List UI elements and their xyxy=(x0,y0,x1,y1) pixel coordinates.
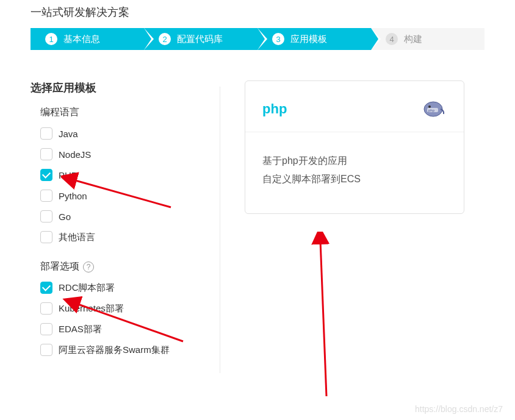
checkbox-label: Python xyxy=(59,191,87,201)
stepper: 1 基本信息 2 配置代码库 3 应用模板 4 构建 xyxy=(0,28,515,50)
checkbox-icon xyxy=(40,344,52,356)
lang-option-nodejs[interactable]: NodeJS xyxy=(40,148,201,160)
checkbox-label: EDAS部署 xyxy=(59,324,102,335)
step-build[interactable]: 4 构建 xyxy=(371,28,484,50)
card-header: php php xyxy=(245,81,464,132)
checkbox-icon xyxy=(40,282,52,294)
right-panel: php php 基于php开发的应用 自定义脚本部署到ECS xyxy=(239,80,484,373)
step-num: 1 xyxy=(45,33,57,45)
template-card-php[interactable]: php php 基于php开发的应用 自定义脚本部署到ECS xyxy=(245,80,464,214)
checkbox-icon xyxy=(40,127,52,140)
checkbox-label: Go xyxy=(59,212,71,222)
step-label: 应用模板 xyxy=(290,34,327,45)
language-group-label: 编程语言 xyxy=(40,106,201,119)
lang-option-java[interactable]: Java xyxy=(40,127,201,140)
step-basic-info[interactable]: 1 基本信息 xyxy=(31,28,144,50)
checkbox-icon xyxy=(40,169,52,181)
page-title: 一站式研发解决方案 xyxy=(0,0,515,28)
step-label: 配置代码库 xyxy=(177,34,223,45)
deploy-option-rdc[interactable]: RDC脚本部署 xyxy=(40,282,201,294)
step-num: 4 xyxy=(386,33,398,45)
section-title: 选择应用模板 xyxy=(31,80,201,95)
checkbox-label: 阿里云容器服务Swarm集群 xyxy=(59,344,170,356)
deploy-group-label: 部署选项 ? xyxy=(40,260,201,273)
checkbox-icon xyxy=(40,210,52,222)
step-label: 构建 xyxy=(404,34,422,45)
help-icon[interactable]: ? xyxy=(83,262,94,272)
checkbox-icon xyxy=(40,231,52,243)
php-elephant-icon: php xyxy=(422,98,447,119)
step-app-template[interactable]: 3 应用模板 xyxy=(258,28,371,50)
checkbox-icon xyxy=(40,148,52,160)
checkbox-icon xyxy=(40,302,52,315)
step-config-repo[interactable]: 2 配置代码库 xyxy=(144,28,258,50)
step-num: 3 xyxy=(272,33,284,45)
deploy-options: RDC脚本部署 Kubernetes部署 EDAS部署 阿里云容器服务Swarm… xyxy=(40,282,201,356)
checkbox-label: Kubernetes部署 xyxy=(59,303,124,315)
lang-option-php[interactable]: PHP xyxy=(40,169,201,181)
svg-point-1 xyxy=(428,105,431,108)
card-desc-line2: 自定义脚本部署到ECS xyxy=(262,170,447,188)
lang-option-other[interactable]: 其他语言 xyxy=(40,231,201,243)
lang-option-python[interactable]: Python xyxy=(40,190,201,202)
deploy-option-kubernetes[interactable]: Kubernetes部署 xyxy=(40,302,201,315)
vertical-divider xyxy=(220,87,220,373)
checkbox-label: NodeJS xyxy=(59,149,91,160)
svg-text:php: php xyxy=(428,109,435,112)
checkbox-label: 其他语言 xyxy=(59,232,95,243)
checkbox-icon xyxy=(40,190,52,202)
checkbox-label: Java xyxy=(59,129,78,139)
card-desc-line1: 基于php开发的应用 xyxy=(262,152,447,170)
left-panel: 选择应用模板 编程语言 Java NodeJS PHP Python xyxy=(31,80,201,373)
card-body: 基于php开发的应用 自定义脚本部署到ECS xyxy=(245,132,464,213)
watermark: https://blog.csdn.net/z7 xyxy=(415,404,503,414)
step-num: 2 xyxy=(159,33,171,45)
language-options: Java NodeJS PHP Python Go 其他语言 xyxy=(40,127,201,243)
deploy-option-swarm[interactable]: 阿里云容器服务Swarm集群 xyxy=(40,344,201,356)
content-area: 选择应用模板 编程语言 Java NodeJS PHP Python xyxy=(0,50,515,373)
checkbox-label: PHP xyxy=(59,170,77,180)
checkbox-label: RDC脚本部署 xyxy=(59,282,115,294)
step-label: 基本信息 xyxy=(63,34,100,45)
deploy-option-edas[interactable]: EDAS部署 xyxy=(40,323,201,335)
lang-option-go[interactable]: Go xyxy=(40,210,201,222)
checkbox-icon xyxy=(40,323,52,335)
card-title: php xyxy=(262,101,287,117)
